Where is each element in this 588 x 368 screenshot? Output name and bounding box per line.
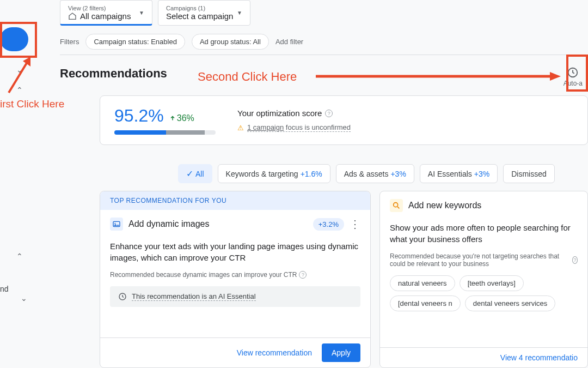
card-title: Add dynamic images [128, 219, 210, 229]
sparkle-icon [118, 292, 127, 301]
campaign-dropdown[interactable]: Campaigns (1) Select a campaign ▼ [158, 0, 250, 26]
card-reason: Recommended because you're not targeting… [390, 252, 570, 268]
more-menu-icon[interactable]: ⋮ [350, 218, 360, 231]
help-icon[interactable]: ? [325, 110, 333, 117]
warning-icon: ⚠ [237, 124, 244, 132]
image-icon [110, 218, 123, 231]
chevron-down-icon: ▼ [237, 10, 242, 16]
card-title: Add new keywords [408, 201, 481, 210]
warning-text: focus is unconfirmed [284, 123, 351, 131]
view-dropdown-value: All campaigns [80, 11, 131, 21]
view-recommendation-button[interactable]: View recommendation [237, 348, 312, 357]
keyword-chip[interactable]: dental veneers services [465, 295, 556, 311]
view-dropdown[interactable]: View (2 filters) All campaigns ▼ [60, 0, 152, 26]
sidebar-text-fragment: nd [0, 285, 9, 293]
help-icon[interactable]: ? [299, 271, 307, 279]
tab-all[interactable]: ✓All [178, 164, 212, 183]
check-icon: ✓ [186, 168, 193, 179]
score-title: Your optimization score [237, 108, 322, 118]
svg-line-3 [9, 62, 27, 93]
tab-ads-assets[interactable]: Ads & assets +3% [336, 164, 414, 183]
keyword-chip[interactable]: natural veneers [390, 275, 455, 291]
card-reason: Recommended because dynamic images can i… [110, 271, 297, 279]
chevron-down-icon: ▼ [139, 10, 144, 16]
home-icon [68, 12, 77, 21]
tab-keywords-targeting[interactable]: Keywords & targeting +1.6% [218, 164, 330, 183]
card-description: Enhance your text ads with your landing … [110, 240, 360, 263]
annotation-box-2 [566, 55, 588, 92]
help-icon[interactable]: ? [572, 256, 578, 264]
svg-line-9 [397, 207, 399, 208]
card-description: Show your ads more often to people searc… [390, 222, 578, 245]
score-progress-bar [114, 130, 216, 135]
campaign-dropdown-value: Select a campaign [166, 11, 233, 21]
view-dropdown-label: View (2 filters) [68, 5, 131, 11]
warning-link[interactable]: 1 campaign [247, 123, 284, 131]
keyword-chip[interactable]: [dental veneers n [390, 295, 461, 311]
annotation-box-1 [0, 22, 37, 58]
annotation-second-click: Second Click Here [198, 70, 297, 84]
filters-label: Filters [60, 38, 79, 46]
top-recommendation-banner: TOP RECOMMENDATION FOR YOU [100, 191, 370, 210]
score-delta: 36% [169, 113, 194, 123]
arrow-up-icon [169, 115, 176, 122]
campaign-dropdown-label: Campaigns (1) [166, 5, 233, 11]
keyword-chip[interactable]: [teeth overlays] [460, 275, 524, 291]
optimization-score-card: 95.2% 36% Your optimization score ? ⚠ 1 … [100, 95, 588, 145]
annotation-arrow-diag [3, 55, 36, 98]
recommendation-card-keywords: Add new keywords Show your ads more ofte… [379, 191, 588, 368]
svg-marker-2 [550, 72, 561, 81]
view-recommendations-button[interactable]: View 4 recommendatio [500, 353, 578, 362]
chevron-up-icon[interactable]: ⌃ [16, 252, 23, 261]
recommendation-card-dynamic-images: TOP RECOMMENDATION FOR YOU Add dynamic i… [100, 191, 371, 368]
search-icon [390, 199, 403, 212]
svg-point-6 [114, 223, 115, 224]
page-title: Recommendations [60, 67, 167, 81]
svg-point-8 [394, 203, 398, 207]
apply-button[interactable]: Apply [322, 343, 360, 362]
tab-dismissed[interactable]: Dismissed [503, 164, 555, 183]
annotation-arrow-right [316, 72, 561, 83]
add-filter-button[interactable]: Add filter [275, 38, 303, 46]
filter-campaign-status[interactable]: Campaign status: Enabled [85, 34, 185, 50]
score-value: 95.2% [114, 106, 164, 126]
filter-adgroup-status[interactable]: Ad group status: All [192, 34, 269, 50]
chevron-down-icon[interactable]: ⌄ [21, 294, 27, 303]
tab-ai-essentials[interactable]: AI Essentials +3% [420, 164, 498, 183]
uplift-badge: +3.2% [313, 218, 344, 231]
annotation-first-click: irst Click Here [0, 98, 64, 110]
ai-essential-notice: This recommendation is an AI Essential [110, 286, 360, 307]
divider [60, 55, 588, 55]
